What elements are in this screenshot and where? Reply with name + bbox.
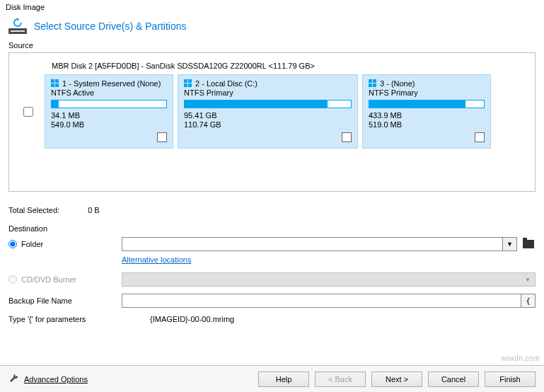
folder-radio-label: Folder [21,240,43,248]
finish-button[interactable]: Finish [485,371,536,387]
total-selected-value: 0 B [88,206,100,214]
cd-dvd-radio[interactable] [8,275,17,284]
partition-used: 95.41 GB [184,111,352,120]
insert-parameter-button[interactable]: { [521,294,536,308]
chevron-down-icon: ▼ [525,277,531,283]
window-title: Disk Image [0,0,544,14]
partition-total: 519.0 MB [369,120,485,129]
cd-dvd-burner-select: ▼ [122,272,536,287]
windows-icon [184,79,192,88]
back-button[interactable]: < Back [315,371,366,387]
partition-fs: NTFS Primary [369,88,485,97]
backup-file-name-input[interactable] [122,294,521,308]
disk-select-checkbox[interactable] [23,107,33,117]
advanced-options-link[interactable]: Advanced Options [8,374,88,385]
partition-used: 433.9 MB [369,111,485,120]
help-button[interactable]: Help [258,371,309,387]
cancel-button[interactable]: Cancel [428,371,479,387]
partition-card[interactable]: 2 - Local Disc (C:) NTFS Primary 95.41 G… [178,74,358,149]
source-box: MBR Disk 2 [A5FFD0DB] - SanDisk SDSSDA12… [8,52,536,192]
backup-file-name-label: Backup File Name [8,296,122,305]
windows-icon [369,79,377,88]
disk-header: MBR Disk 2 [A5FFD0DB] - SanDisk SDSSDA12… [52,62,521,70]
partition-card[interactable]: 3 - (None) NTFS Primary 433.9 MB519.0 MB [362,74,491,149]
source-section-label: Source [8,41,536,50]
folder-radio[interactable] [8,240,17,248]
folder-icon [523,240,534,248]
partition-title: 1 - System Reserved (None) [62,79,161,88]
partition-checkbox[interactable] [475,132,485,142]
partition-card[interactable]: 1 - System Reserved (None) NTFS Active 3… [45,74,173,149]
partition-title: 3 - (None) [380,79,415,88]
partition-used: 34.1 MB [51,111,167,120]
partition-fs: NTFS Primary [184,88,352,97]
partition-checkbox[interactable] [342,132,352,142]
cd-dvd-radio-label: CD/DVD Burner [21,275,76,284]
next-button[interactable]: Next > [371,371,422,387]
partition-checkbox[interactable] [157,132,167,142]
alternative-locations-link[interactable]: Alternative locations [122,255,536,264]
destination-section-label: Destination [8,224,536,233]
watermark: wsxdn.com [501,354,540,362]
browse-folder-button[interactable] [521,237,536,251]
total-selected-row: Total Selected:0 B [8,206,536,214]
drive-icon [8,18,27,34]
partition-fs: NTFS Active [51,88,167,97]
folder-dropdown-button[interactable]: ▼ [503,237,517,251]
filename-example: {IMAGEID}-00-00.mrimg [150,315,234,323]
windows-icon [51,79,59,88]
partition-total: 110.74 GB [184,120,352,129]
partition-title: 2 - Local Disc (C:) [195,79,257,88]
partition-total: 549.0 MB [51,120,167,129]
parameters-hint-label: Type '{' for parameters [8,315,150,323]
wrench-icon [8,374,20,385]
folder-path-input[interactable] [122,237,503,251]
page-title: Select Source Drive(s) & Partitions [34,21,187,32]
